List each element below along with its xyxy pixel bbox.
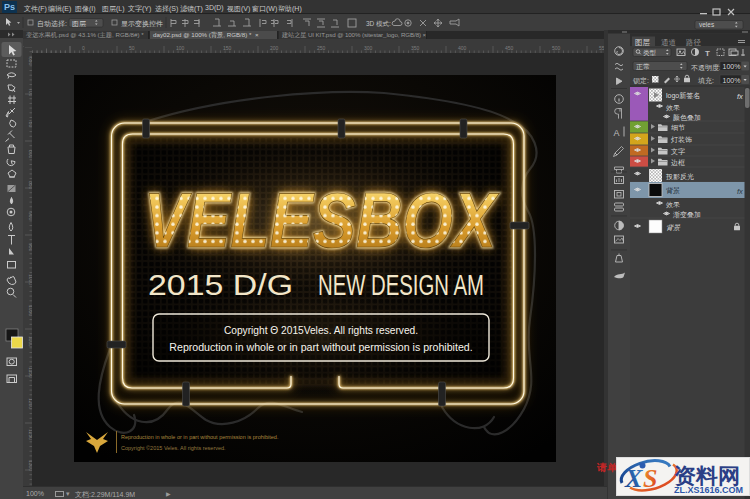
svg-text:1150: 1150 — [28, 367, 33, 378]
svg-text:Copyright Θ 2015Veles. All rig: Copyright Θ 2015Veles. All rights reserv… — [224, 325, 418, 336]
svg-text:650: 650 — [28, 57, 33, 66]
svg-text:200: 200 — [270, 45, 279, 51]
svg-text:锁定:: 锁定: — [632, 77, 649, 85]
svg-text:700: 700 — [28, 88, 33, 97]
svg-text:500: 500 — [552, 45, 561, 51]
svg-text:2015 D/G: 2015 D/G — [148, 269, 293, 301]
svg-text:边框: 边框 — [671, 159, 685, 167]
svg-text:细节: 细节 — [671, 124, 685, 132]
svg-text:fx: fx — [737, 92, 743, 101]
svg-text:fx: fx — [737, 187, 743, 196]
svg-text:路径: 路径 — [686, 38, 702, 47]
svg-text:150: 150 — [223, 45, 232, 51]
svg-text:350: 350 — [411, 45, 420, 51]
svg-text:S: S — [643, 464, 657, 493]
svg-text:图层: 图层 — [72, 20, 86, 28]
svg-text:veles: veles — [699, 21, 715, 28]
svg-text:450: 450 — [505, 45, 514, 51]
svg-text:1100: 1100 — [28, 336, 33, 347]
svg-text:50: 50 — [129, 45, 135, 51]
svg-text:图层: 图层 — [635, 38, 651, 47]
svg-text:不透明度:: 不透明度: — [691, 64, 721, 72]
svg-text:3D 模式:: 3D 模式: — [366, 20, 391, 27]
svg-text:850: 850 — [28, 181, 33, 190]
svg-text:100%: 100% — [723, 77, 741, 84]
svg-text:0: 0 — [82, 45, 85, 51]
svg-text:1250: 1250 — [28, 429, 33, 440]
svg-text:1000: 1000 — [28, 274, 33, 285]
svg-text:900: 900 — [28, 212, 33, 221]
svg-text:背景: 背景 — [666, 187, 680, 194]
svg-text:100%: 100% — [723, 63, 741, 70]
svg-text:灯装饰: 灯装饰 — [671, 136, 692, 144]
svg-text:自动选择:: 自动选择: — [37, 20, 67, 28]
svg-text:填充:: 填充: — [697, 77, 714, 85]
svg-text:A: A — [614, 128, 620, 138]
svg-text:X: X — [624, 464, 643, 493]
svg-text:效果: 效果 — [666, 201, 680, 209]
svg-text:400: 400 — [458, 45, 467, 51]
svg-text:Copyright ©2015 Veles. All rig: Copyright ©2015 Veles. All rights reserv… — [121, 445, 226, 451]
svg-text:通道: 通道 — [661, 38, 677, 47]
svg-text:750: 750 — [28, 119, 33, 128]
svg-text:正常: 正常 — [636, 63, 650, 70]
svg-text:类型: 类型 — [643, 49, 657, 56]
svg-text:颜色叠加: 颜色叠加 — [672, 114, 701, 121]
svg-text:250: 250 — [317, 45, 326, 51]
svg-text:文字: 文字 — [671, 147, 685, 155]
svg-text:Reproduction in whole or in pa: Reproduction in whole or in part without… — [169, 341, 472, 353]
svg-text:VELESBOX: VELESBOX — [144, 177, 500, 263]
svg-text:1300: 1300 — [28, 460, 33, 471]
svg-text:T: T — [705, 49, 710, 58]
svg-text:950: 950 — [28, 243, 33, 252]
svg-text:logo新签名: logo新签名 — [666, 91, 700, 100]
svg-text:1050: 1050 — [28, 305, 33, 316]
svg-text:效果: 效果 — [666, 104, 680, 112]
svg-text:ZL.XS1616.COM: ZL.XS1616.COM — [674, 484, 743, 495]
svg-text:投影反光: 投影反光 — [665, 173, 694, 181]
svg-text:背景: 背景 — [666, 224, 681, 232]
svg-text:NEW DESIGN AM: NEW DESIGN AM — [318, 269, 484, 301]
svg-text:显示变换控件: 显示变换控件 — [121, 20, 163, 28]
svg-text:1200: 1200 — [28, 398, 33, 409]
svg-text:800: 800 — [28, 150, 33, 159]
svg-text:Reproduction in whole or in pa: Reproduction in whole or in part without… — [121, 434, 279, 440]
svg-text:300: 300 — [364, 45, 373, 51]
svg-text:渐变叠加: 渐变叠加 — [673, 211, 701, 219]
svg-text:100: 100 — [176, 45, 185, 51]
